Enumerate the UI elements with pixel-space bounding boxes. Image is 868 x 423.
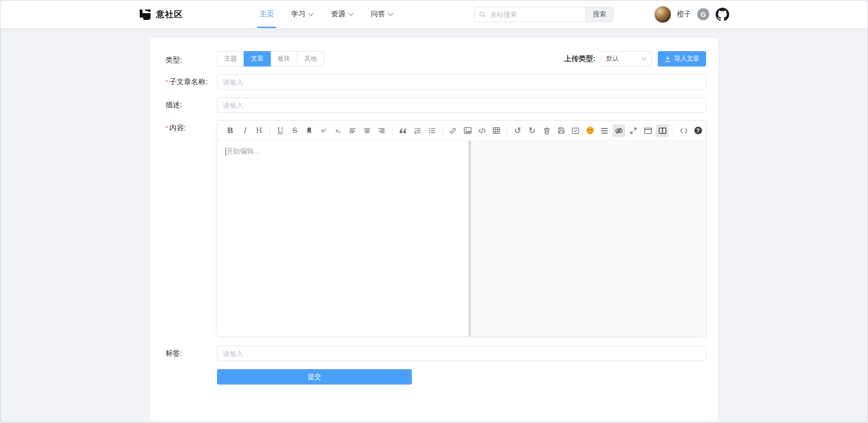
article-form-card: 类型: 主题 文章 板块 其他 上传类型: 默认 导入文章 [150,38,718,421]
underline-button[interactable]: U [274,124,287,137]
toolbar-separator [507,127,507,135]
nav-item-qa[interactable]: 问答 [362,0,402,28]
nav-item-label: 学习 [291,10,306,19]
page-fullscreen-button[interactable] [642,124,654,137]
image-icon [464,127,472,134]
name-input[interactable] [217,74,706,90]
upload-type-value: 默认 [606,55,619,63]
chevron-down-icon [642,57,647,61]
global-search: 搜索 [474,7,613,22]
split-view-button[interactable] [656,124,669,137]
app-window: 意社区 主页 学习 资源 问答 [0,0,868,423]
brand-logo-icon [139,8,151,21]
frame-icon [644,128,652,134]
editor-placeholder: 开始编辑... [226,147,460,156]
search-input[interactable] [474,7,585,22]
nav-item-resources[interactable]: 资源 [322,0,362,28]
ordered-list-button[interactable] [411,124,424,137]
description-input[interactable] [217,97,706,113]
user-area: 橙子 G [655,6,729,23]
tags-input[interactable] [217,346,706,361]
upload-controls: 上传类型: 默认 导入文章 [564,51,706,67]
upload-type-select[interactable]: 默认 [601,51,652,67]
editor-body: 开始编辑... [217,141,706,336]
gitee-icon[interactable]: G [697,8,709,20]
fullscreen-button[interactable] [627,124,640,137]
quote-button[interactable] [396,124,409,137]
nav-item-home[interactable]: 主页 [251,0,283,28]
toolbar-separator [269,127,270,135]
unordered-list-button[interactable] [425,124,438,137]
align-right-icon [378,127,385,134]
nav-item-learn[interactable]: 学习 [283,0,322,28]
link-button[interactable] [447,124,459,137]
name-label: *子文章名称: [165,74,217,87]
search-button[interactable]: 搜索 [585,7,613,22]
upload-type-label: 上传类型: [564,54,595,64]
save-button[interactable] [555,124,567,137]
type-option-board[interactable]: 板块 [270,51,297,67]
link-icon [449,127,457,134]
table-icon [493,127,500,134]
align-center-button[interactable] [361,124,373,137]
type-option-article[interactable]: 文章 [244,51,271,67]
align-left-button[interactable] [346,124,359,137]
menu-icon [601,128,608,134]
editor-preview-pane [471,141,706,336]
chevron-down-icon [348,13,354,16]
type-option-topic[interactable]: 主题 [217,51,244,67]
preview-toggle-button[interactable] [613,124,625,137]
chevron-down-icon [308,13,314,16]
heading-button[interactable]: H [253,124,265,137]
tags-row: 标签: [165,346,706,361]
subscript-button[interactable]: x₂ [332,124,344,137]
emoji-icon [586,127,594,134]
required-asterisk: * [165,124,168,132]
strikethrough-button[interactable]: S [288,124,301,137]
nav-menu: 主页 学习 资源 问答 [251,0,402,28]
toc-button[interactable] [598,124,611,137]
superscript-button[interactable]: x² [317,124,330,137]
chevron-down-icon [388,13,393,16]
save-icon [558,127,565,134]
type-option-other[interactable]: 其他 [297,51,324,67]
bookmark-icon [306,127,312,134]
github-icon[interactable] [716,8,729,21]
source-code-button[interactable] [677,124,690,137]
text-cursor [226,147,226,156]
code-button[interactable] [476,124,488,137]
redo-button[interactable]: ↻ [526,124,538,137]
trash-icon [543,127,550,134]
brand[interactable]: 意社区 [139,8,183,21]
ordered-list-icon [414,127,421,134]
image-button[interactable] [461,124,474,137]
description-row: 描述: [165,97,706,113]
italic-button[interactable]: I [238,124,251,137]
username: 橙子 [677,10,691,19]
emoji-button[interactable] [584,124,596,137]
name-row: *子文章名称: [165,74,706,90]
submit-row: 提交 [165,369,706,385]
help-button[interactable]: ? [692,124,704,137]
editor-input-area[interactable]: 开始编辑... [217,141,468,336]
avatar[interactable] [655,6,671,23]
type-row: 类型: 主题 文章 板块 其他 上传类型: 默认 导入文章 [165,51,706,67]
nav-item-label: 资源 [331,10,345,19]
download-icon [665,56,671,62]
brand-title: 意社区 [156,9,183,20]
bold-button[interactable]: B [224,124,236,137]
clear-button[interactable] [540,124,553,137]
table-button[interactable] [490,124,503,137]
import-article-button[interactable]: 导入文章 [658,51,706,67]
undo-button[interactable]: ↺ [511,124,524,137]
description-label: 描述: [165,97,217,110]
submit-button[interactable]: 提交 [217,369,412,385]
content-row: *内容: B I H U S x² x₂ [165,120,706,337]
search-icon [479,11,486,18]
unordered-list-icon [428,127,435,134]
fullscreen-icon [630,127,637,134]
toolbar-separator [673,127,673,135]
draft-box-button[interactable] [569,124,582,137]
mark-button[interactable] [303,124,316,137]
align-right-button[interactable] [375,124,388,137]
